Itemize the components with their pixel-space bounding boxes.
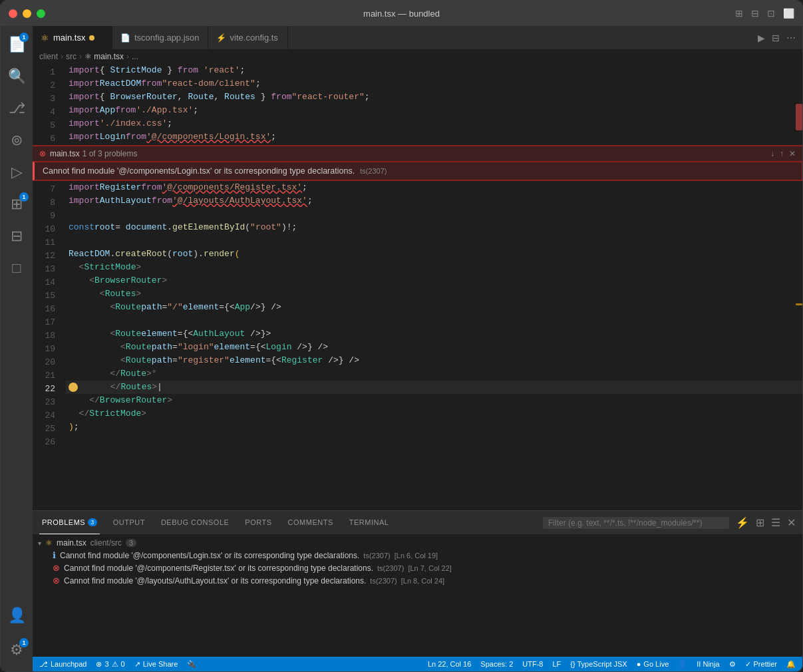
activity-explorer[interactable]: 📄 1 bbox=[1, 29, 33, 61]
golive-icon: ● bbox=[637, 660, 641, 668]
breadcrumb-more[interactable]: ... bbox=[132, 52, 138, 61]
code-line-1: import { StrictMode } from 'react'; bbox=[66, 64, 802, 77]
code-editor[interactable]: 1 2 3 4 5 6 import { StrictMode } from '… bbox=[33, 64, 802, 510]
bell-icon: 🔔 bbox=[786, 660, 796, 669]
status-error-icon: ⊗ bbox=[96, 660, 102, 669]
code-line-20: <Route path="register" element={<Registe… bbox=[66, 354, 802, 367]
problem-item-1[interactable]: ℹ Cannot find module '@/components/Login… bbox=[33, 549, 802, 562]
status-ninja[interactable]: II Ninja bbox=[697, 660, 719, 668]
code-line-11 bbox=[66, 234, 802, 248]
activity-bottom: 👤 ⚙ 1 bbox=[1, 599, 33, 671]
activity-container[interactable]: □ bbox=[1, 252, 33, 284]
status-warning-icon: ⚠ bbox=[112, 660, 118, 669]
panel-tab-actions: ⚡ ⊞ ☰ ✕ bbox=[543, 516, 796, 529]
app-window: main.tsx — bundled ⊞ ⊟ ⊡ ⬜ 📄 1 🔍 ⎇ ⊚ bbox=[0, 0, 803, 672]
activity-extensions[interactable]: ⊞ 1 bbox=[1, 188, 33, 220]
filter-input[interactable] bbox=[543, 517, 729, 529]
status-spaces[interactable]: Spaces: 2 bbox=[480, 660, 513, 668]
status-cursor[interactable]: Ln 22, Col 16 bbox=[428, 660, 471, 668]
breadcrumb-file[interactable]: ⚛ main.tsx bbox=[84, 52, 124, 61]
code-line-3: import { BrowserRouter, Route, Routes } … bbox=[66, 90, 802, 104]
panel-copy-icon[interactable]: ⊞ bbox=[756, 516, 764, 529]
panel-close-icon[interactable]: ✕ bbox=[787, 516, 796, 529]
tab-vite-config[interactable]: ⚡ vite.config.ts bbox=[208, 26, 288, 49]
collapse-icon: ▾ bbox=[38, 540, 41, 547]
line-numbers-before: 1 2 3 4 5 6 bbox=[33, 64, 66, 145]
split-view-icon[interactable]: ⊟ bbox=[772, 33, 780, 43]
status-source-control[interactable]: ⎇ Launchpad bbox=[39, 660, 86, 669]
problem-item-2[interactable]: ⊗ Cannot find module '@/components/Regis… bbox=[33, 562, 802, 574]
error-filename: main.tsx bbox=[50, 149, 80, 158]
status-eol[interactable]: LF bbox=[552, 660, 561, 668]
activity-settings[interactable]: ⚙ 1 bbox=[1, 634, 33, 666]
liveshare-label: Live Share bbox=[143, 660, 178, 668]
error-banner-container: ⊗ main.tsx 1 of 3 problems ↓ ↑ ✕ Cannot … bbox=[33, 145, 802, 181]
code-line-7: import Register from '@/components/Regis… bbox=[66, 181, 802, 194]
settings-badge: 1 bbox=[19, 638, 29, 647]
panel-tab-terminal[interactable]: TERMINAL bbox=[347, 511, 392, 534]
panel-tab-ports[interactable]: PORTS bbox=[242, 511, 274, 534]
gutter-warning-dot bbox=[69, 383, 78, 392]
plug-icon: 🔌 bbox=[187, 660, 196, 669]
code-editor-wrapper: 1 2 3 4 5 6 import { StrictMode } from '… bbox=[33, 64, 802, 510]
status-errors[interactable]: ⊗ 3 ⚠ 0 bbox=[96, 660, 124, 669]
problems-count-badge: 3 bbox=[88, 518, 97, 526]
split-editor-icon[interactable]: ⊞ bbox=[735, 8, 743, 19]
activity-account[interactable]: 👤 bbox=[1, 599, 33, 631]
code-line-22: </Routes>| bbox=[66, 381, 802, 394]
status-go-live[interactable]: ● Go Live bbox=[637, 660, 669, 668]
accounts-icon: 👤 bbox=[678, 660, 687, 669]
error-nav-up[interactable]: ↑ bbox=[780, 149, 784, 158]
panel-content: ▾ ⚛ main.tsx client/src 3 ℹ Cannot find … bbox=[33, 534, 802, 657]
problem-item-3[interactable]: ⊗ Cannot find module '@/layouts/AuthLayo… bbox=[33, 574, 802, 587]
filter-icon[interactable]: ⚡ bbox=[736, 516, 749, 529]
panel-tab-debug-console[interactable]: DEBUG CONSOLE bbox=[158, 511, 232, 534]
status-live-share[interactable]: ↗ Live Share bbox=[134, 660, 178, 669]
activity-search[interactable]: 🔍 bbox=[1, 61, 33, 92]
status-notifications[interactable]: 🔔 bbox=[786, 660, 796, 669]
breadcrumb-src[interactable]: src bbox=[66, 52, 77, 61]
status-warning-count: 0 bbox=[121, 660, 125, 668]
problem-text-3: Cannot find module '@/layouts/AuthLayout… bbox=[64, 576, 366, 586]
problem-group-main[interactable]: ▾ ⚛ main.tsx client/src 3 bbox=[33, 537, 802, 549]
fullscreen-icon[interactable]: ⬜ bbox=[783, 8, 794, 19]
code-line-26 bbox=[66, 434, 802, 447]
tab-main-tsx[interactable]: ⚛ main.tsx bbox=[33, 26, 112, 49]
error-close-icon[interactable]: ✕ bbox=[789, 149, 796, 158]
close-button[interactable] bbox=[9, 9, 17, 18]
panel-tab-problems[interactable]: PROBLEMS 3 bbox=[39, 511, 100, 534]
tabs-bar: ⚛ main.tsx 📄 tsconfig.app.json ⚡ vite.co… bbox=[33, 26, 802, 49]
activity-remote[interactable]: ⊟ bbox=[1, 220, 33, 252]
branch-name: Launchpad bbox=[51, 660, 86, 668]
activity-source-control[interactable]: ⎇ bbox=[1, 92, 33, 124]
status-settings[interactable]: ⚙ bbox=[729, 660, 736, 669]
activity-run-debug[interactable]: ▷ bbox=[1, 156, 33, 188]
error-code: ts(2307) bbox=[360, 167, 387, 175]
panel-collapse-icon[interactable]: ☰ bbox=[771, 516, 780, 529]
collapse-icon[interactable]: ⊡ bbox=[767, 8, 775, 19]
prettier-check-icon: ✓ bbox=[745, 660, 751, 669]
breadcrumb-client[interactable]: client bbox=[39, 52, 58, 61]
layout-icon[interactable]: ⊟ bbox=[751, 8, 759, 19]
status-extensions[interactable]: 🔌 bbox=[187, 660, 196, 669]
panel-tab-output[interactable]: OUTPUT bbox=[110, 511, 148, 534]
code-line-10: const root = document.getElementById("ro… bbox=[66, 221, 802, 234]
error-nav-down[interactable]: ↓ bbox=[770, 149, 774, 158]
minimize-button[interactable] bbox=[23, 9, 31, 18]
problem-location-1: [Ln 6, Col 19] bbox=[395, 552, 438, 560]
run-icon[interactable]: ▶ bbox=[758, 33, 765, 43]
code-lines-after-error: 7 8 9 10 11 12 13 14 15 16 17 18 bbox=[33, 181, 802, 448]
tab-tsconfig[interactable]: 📄 tsconfig.app.json bbox=[112, 26, 208, 49]
status-accounts[interactable]: 👤 bbox=[678, 660, 687, 669]
panel-tab-comments[interactable]: COMMENTS bbox=[285, 511, 336, 534]
status-encoding[interactable]: UTF-8 bbox=[522, 660, 543, 668]
extensions-badge: 1 bbox=[19, 192, 29, 202]
more-actions-icon[interactable]: ⋯ bbox=[786, 33, 796, 43]
activity-github[interactable]: ⊚ bbox=[1, 124, 33, 156]
status-prettier[interactable]: ✓ Prettier bbox=[745, 660, 777, 669]
status-language[interactable]: {} TypeScript JSX bbox=[570, 660, 627, 668]
traffic-lights bbox=[9, 9, 45, 18]
code-line-2: import ReactDOM from "react-dom/client"; bbox=[66, 77, 802, 90]
code-line-14: <BrowserRouter> bbox=[66, 274, 802, 287]
maximize-button[interactable] bbox=[37, 9, 45, 18]
